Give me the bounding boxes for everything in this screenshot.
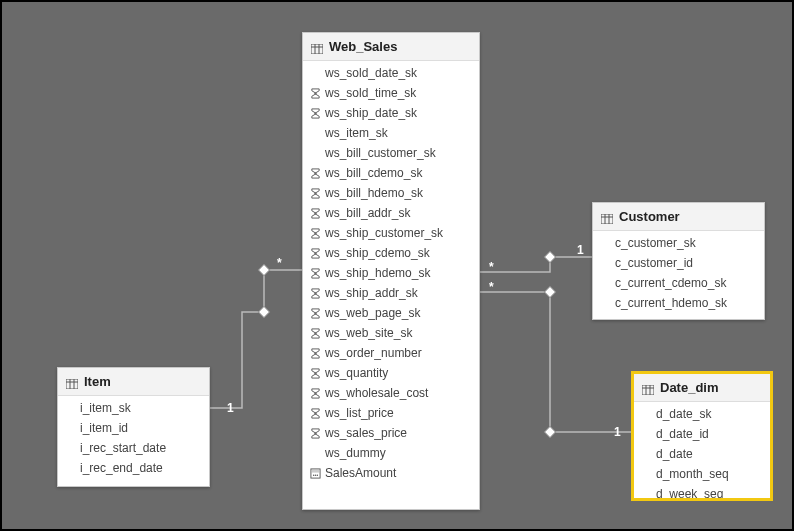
- field-label: ws_bill_hdemo_sk: [325, 186, 423, 200]
- field-row[interactable]: c_customer_sk: [593, 233, 764, 253]
- table-customer[interactable]: Customer c_customer_skc_customer_idc_cur…: [592, 202, 765, 320]
- svg-rect-14: [311, 469, 318, 472]
- table-item[interactable]: Item i_item_ski_item_idi_rec_start_datei…: [57, 367, 210, 487]
- field-list[interactable]: ws_sold_date_skws_sold_time_skws_ship_da…: [303, 61, 479, 509]
- blank-icon: [640, 448, 652, 460]
- field-row[interactable]: ws_item_sk: [303, 123, 479, 143]
- field-row[interactable]: ws_list_price: [303, 403, 479, 423]
- table-icon: [642, 383, 654, 393]
- field-row[interactable]: d_month_seq: [634, 464, 770, 484]
- field-row[interactable]: i_item_id: [58, 418, 209, 438]
- field-row[interactable]: ws_web_page_sk: [303, 303, 479, 323]
- field-list[interactable]: c_customer_skc_customer_idc_current_cdem…: [593, 231, 764, 319]
- blank-icon: [309, 127, 321, 139]
- field-row[interactable]: ws_bill_cdemo_sk: [303, 163, 479, 183]
- field-row[interactable]: ws_order_number: [303, 343, 479, 363]
- field-label: ws_dummy: [325, 446, 386, 460]
- field-row[interactable]: d_date_id: [634, 424, 770, 444]
- field-row[interactable]: i_item_sk: [58, 398, 209, 418]
- blank-icon: [599, 297, 611, 309]
- svg-rect-9: [311, 44, 323, 54]
- field-label: d_week_seq: [656, 487, 723, 498]
- blank-icon: [309, 67, 321, 79]
- field-row[interactable]: SalesAmount: [303, 463, 479, 483]
- table-title: Web_Sales: [329, 39, 397, 54]
- field-row[interactable]: ws_sold_date_sk: [303, 63, 479, 83]
- field-row[interactable]: ws_bill_customer_sk: [303, 143, 479, 163]
- blank-icon: [599, 237, 611, 249]
- blank-icon: [309, 447, 321, 459]
- field-row[interactable]: ws_bill_addr_sk: [303, 203, 479, 223]
- sigma-icon: [309, 167, 321, 179]
- sigma-icon: [309, 327, 321, 339]
- cardinality-label: *: [277, 256, 282, 270]
- svg-point-17: [316, 474, 317, 475]
- svg-rect-3: [544, 426, 555, 437]
- field-label: d_date: [656, 447, 693, 461]
- cardinality-label: 1: [577, 243, 584, 257]
- field-row[interactable]: i_rec_start_date: [58, 438, 209, 458]
- cardinality-label: *: [489, 280, 494, 294]
- field-label: c_current_hdemo_sk: [615, 296, 727, 310]
- field-row[interactable]: ws_ship_cdemo_sk: [303, 243, 479, 263]
- table-header[interactable]: Customer: [593, 203, 764, 231]
- sigma-icon: [309, 227, 321, 239]
- field-row[interactable]: ws_sold_time_sk: [303, 83, 479, 103]
- field-label: ws_wholesale_cost: [325, 386, 428, 400]
- field-row[interactable]: ws_bill_hdemo_sk: [303, 183, 479, 203]
- field-label: d_date_id: [656, 427, 709, 441]
- field-label: c_current_cdemo_sk: [615, 276, 726, 290]
- field-row[interactable]: d_date: [634, 444, 770, 464]
- table-date-dim[interactable]: Date_dim d_date_skd_date_idd_dated_month…: [632, 372, 772, 500]
- table-title: Customer: [619, 209, 680, 224]
- blank-icon: [599, 277, 611, 289]
- blank-icon: [640, 408, 652, 420]
- field-row[interactable]: ws_ship_hdemo_sk: [303, 263, 479, 283]
- field-row[interactable]: ws_dummy: [303, 443, 479, 463]
- field-label: ws_web_page_sk: [325, 306, 420, 320]
- calculator-icon: [309, 467, 321, 479]
- table-header[interactable]: Web_Sales: [303, 33, 479, 61]
- svg-rect-18: [601, 214, 613, 224]
- table-header[interactable]: Date_dim: [634, 374, 770, 402]
- blank-icon: [599, 257, 611, 269]
- table-icon: [66, 377, 78, 387]
- sigma-icon: [309, 207, 321, 219]
- field-row[interactable]: ws_sales_price: [303, 423, 479, 443]
- table-icon: [311, 42, 323, 52]
- field-label: i_rec_start_date: [80, 441, 166, 455]
- field-row[interactable]: ws_quantity: [303, 363, 479, 383]
- sigma-icon: [309, 107, 321, 119]
- field-row[interactable]: i_rec_end_date: [58, 458, 209, 478]
- table-title: Item: [84, 374, 111, 389]
- sigma-icon: [309, 187, 321, 199]
- table-web-sales[interactable]: Web_Sales ws_sold_date_skws_sold_time_sk…: [302, 32, 480, 510]
- field-row[interactable]: d_date_sk: [634, 404, 770, 424]
- sigma-icon: [309, 407, 321, 419]
- sigma-icon: [309, 247, 321, 259]
- field-label: ws_item_sk: [325, 126, 388, 140]
- field-row[interactable]: ws_ship_addr_sk: [303, 283, 479, 303]
- sigma-icon: [309, 267, 321, 279]
- field-label: d_date_sk: [656, 407, 711, 421]
- svg-rect-5: [66, 379, 78, 389]
- field-row[interactable]: d_week_seq: [634, 484, 770, 498]
- field-list[interactable]: d_date_skd_date_idd_dated_month_seqd_wee…: [634, 402, 770, 498]
- field-row[interactable]: c_customer_id: [593, 253, 764, 273]
- field-row[interactable]: c_current_hdemo_sk: [593, 293, 764, 313]
- model-canvas[interactable]: 1 * 1 * 1 * Item i_item_ski_item_idi_rec…: [2, 2, 792, 529]
- field-list[interactable]: i_item_ski_item_idi_rec_start_datei_rec_…: [58, 396, 209, 486]
- blank-icon: [64, 402, 76, 414]
- table-header[interactable]: Item: [58, 368, 209, 396]
- field-row[interactable]: ws_ship_date_sk: [303, 103, 479, 123]
- sigma-icon: [309, 87, 321, 99]
- field-row[interactable]: ws_wholesale_cost: [303, 383, 479, 403]
- field-row[interactable]: c_current_cdemo_sk: [593, 273, 764, 293]
- field-label: d_month_seq: [656, 467, 729, 481]
- field-row[interactable]: ws_web_site_sk: [303, 323, 479, 343]
- table-icon: [601, 212, 613, 222]
- field-label: ws_ship_cdemo_sk: [325, 246, 430, 260]
- svg-rect-2: [544, 251, 555, 262]
- svg-point-15: [312, 474, 313, 475]
- field-row[interactable]: ws_ship_customer_sk: [303, 223, 479, 243]
